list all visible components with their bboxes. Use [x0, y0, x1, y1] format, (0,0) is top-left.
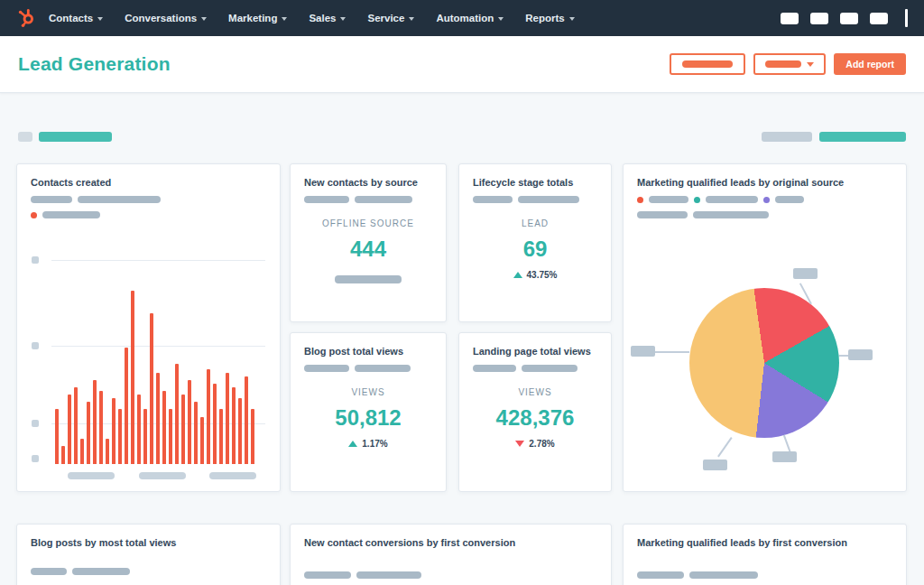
- chart-bar: [112, 398, 116, 464]
- filter-chip-placeholder[interactable]: [819, 132, 906, 142]
- nav-item-label: Conversations: [125, 13, 197, 23]
- legend-placeholder: [649, 196, 688, 203]
- chart-bar: [143, 409, 147, 464]
- nav-item-service[interactable]: Service: [367, 13, 414, 23]
- card-mql-by-original-source: Marketing qualified leads by original so…: [623, 163, 907, 492]
- dashboard-filters-right: [762, 132, 906, 142]
- x-label-placeholder: [68, 472, 115, 479]
- metric-delta: 1.17%: [291, 439, 446, 449]
- y-tick-placeholder: [32, 455, 39, 462]
- chart-bar: [207, 369, 210, 464]
- dashboard-header: Lead Generation Add report: [0, 36, 924, 93]
- callout-line: [783, 434, 790, 451]
- header-actions: Add report: [670, 53, 906, 75]
- card-blog-post-total-views: Blog post total views VIEWS 50,812 1.17%: [290, 332, 447, 492]
- chart-bar: [156, 373, 160, 464]
- x-axis-labels: [68, 472, 256, 479]
- legend-placeholder: [355, 365, 411, 372]
- legend-placeholder: [356, 571, 421, 579]
- delta-value: 43.75%: [527, 270, 558, 280]
- filter-chip-placeholder[interactable]: [39, 132, 112, 142]
- card-new-contacts-by-source: New contacts by source OFFLINE SOURCE 44…: [290, 163, 447, 322]
- metric-delta: 43.75%: [459, 270, 611, 280]
- chart-bar: [131, 291, 134, 464]
- nav-item-label: Contacts: [49, 13, 93, 23]
- filter-chip-placeholder[interactable]: [762, 132, 812, 142]
- dashboard-actions-dropdown[interactable]: [753, 53, 826, 75]
- main-nav: Contacts Conversations Marketing Sales S…: [49, 13, 575, 23]
- nav-item-label: Service: [367, 13, 404, 23]
- chevron-down-icon: [97, 17, 103, 21]
- legend-dot-icon: [763, 197, 770, 203]
- nav-utility-icon[interactable]: [870, 13, 888, 24]
- legend-dot-icon: [31, 212, 37, 218]
- pie-chart: [689, 288, 839, 438]
- delta-arrow-icon: [348, 441, 357, 447]
- legend-row: [459, 365, 611, 372]
- filter-chip-placeholder[interactable]: [18, 132, 32, 142]
- legend-placeholder: [693, 211, 769, 218]
- navbar-divider: [905, 9, 908, 27]
- chart-bar: [162, 391, 166, 464]
- legend-placeholder: [706, 196, 758, 203]
- delta-value: 2.78%: [529, 439, 554, 449]
- chart-bar: [188, 380, 191, 464]
- legend-placeholder: [355, 196, 412, 203]
- delta-arrow-icon: [515, 441, 524, 447]
- card-title: Blog post total views: [291, 333, 446, 357]
- dashboard-app: Contacts Conversations Marketing Sales S…: [0, 0, 924, 585]
- metric-value: 50,812: [291, 405, 446, 431]
- chart-bar: [93, 380, 97, 464]
- card-landing-page-total-views: Landing page total views VIEWS 428,376 2…: [458, 332, 612, 492]
- hubspot-logo-icon[interactable]: [16, 8, 36, 28]
- add-report-button[interactable]: Add report: [834, 53, 906, 75]
- chart-bar: [219, 409, 223, 464]
- nav-utility-icon[interactable]: [781, 13, 799, 24]
- chart-bar: [106, 439, 109, 464]
- legend-placeholder: [304, 571, 351, 579]
- metric-label: LEAD: [459, 218, 611, 228]
- legend-row: [291, 365, 446, 372]
- metric-value: 69: [459, 237, 611, 262]
- delta-arrow-icon: [513, 272, 522, 278]
- nav-utility-icon[interactable]: [810, 13, 828, 24]
- card-blog-posts-by-most-total-views: Blog posts by most total views: [16, 524, 281, 585]
- legend-placeholder: [31, 568, 67, 575]
- legend-placeholder: [304, 196, 349, 203]
- legend-row: [17, 211, 280, 218]
- x-label-placeholder: [209, 472, 256, 479]
- legend-dot-icon: [637, 197, 643, 203]
- legend-placeholder: [637, 211, 688, 218]
- chart-bar: [74, 387, 78, 464]
- card-title: Landing page total views: [459, 333, 611, 357]
- chart-bar: [251, 409, 254, 464]
- nav-utility-icon[interactable]: [840, 13, 858, 24]
- dashboard-filter-button[interactable]: [670, 53, 745, 75]
- pie-label-placeholder: [793, 268, 818, 279]
- contacts-created-bar-chart: [32, 260, 265, 464]
- metric-label: VIEWS: [291, 387, 446, 397]
- legend-row: [459, 196, 611, 203]
- nav-item-marketing[interactable]: Marketing: [228, 13, 287, 23]
- callout-line: [839, 355, 848, 357]
- nav-item-automation[interactable]: Automation: [436, 13, 504, 23]
- card-contacts-created: Contacts created: [16, 163, 281, 492]
- nav-item-reports[interactable]: Reports: [525, 13, 574, 23]
- legend-row: [291, 196, 446, 203]
- pie-label-placeholder: [703, 460, 727, 470]
- page-title: Lead Generation: [18, 53, 171, 75]
- pie-label-placeholder: [848, 349, 873, 360]
- chart-bar: [150, 313, 153, 464]
- chart-bar: [181, 395, 185, 464]
- nav-item-contacts[interactable]: Contacts: [49, 13, 103, 23]
- top-navbar: Contacts Conversations Marketing Sales S…: [0, 0, 924, 36]
- nav-item-sales[interactable]: Sales: [309, 13, 346, 23]
- metric-value: 444: [291, 237, 446, 262]
- nav-item-conversations[interactable]: Conversations: [125, 13, 207, 23]
- legend-row: [624, 196, 906, 203]
- bar-series: [55, 260, 265, 464]
- legend-placeholder: [689, 571, 758, 579]
- chart-bar: [169, 409, 172, 464]
- chevron-down-icon: [569, 17, 575, 21]
- metric-value: 428,376: [459, 405, 611, 431]
